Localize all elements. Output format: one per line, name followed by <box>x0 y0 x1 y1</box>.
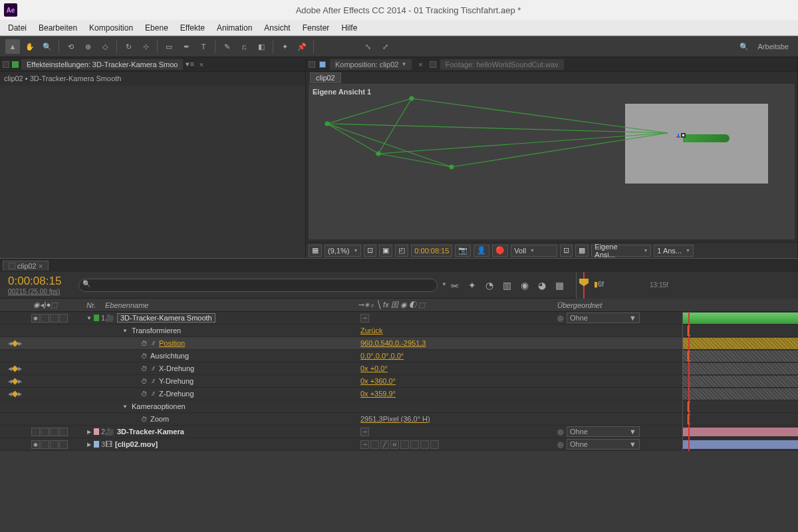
playhead-icon[interactable] <box>583 272 585 299</box>
property-value[interactable]: 0x +359,9° <box>358 390 557 398</box>
col-name[interactable]: Ebenenname <box>105 301 358 309</box>
viewport[interactable]: Eigene Ansicht 1 <box>309 84 795 239</box>
rectangle-tool[interactable]: ▭ <box>162 39 176 54</box>
timeline-tab[interactable]: clip02 × <box>3 261 49 271</box>
puppet-tool[interactable]: 📌 <box>295 39 309 54</box>
property-row[interactable]: ◀▶ ⏱⫽Z-Drehung 0x +359,9° <box>0 388 798 400</box>
brush-tool[interactable]: ✎ <box>219 39 234 54</box>
visibility-icon[interactable] <box>31 428 40 436</box>
property-value[interactable]: 0,0°,0,0°,0,0° <box>358 352 557 360</box>
property-value[interactable]: 960,0,540,0,-2951,3 <box>358 339 557 347</box>
menu-effekte[interactable]: Effekte <box>180 23 205 33</box>
frame-blend-switch[interactable] <box>400 440 409 449</box>
graph-icon[interactable]: ⫽ <box>150 378 156 384</box>
fx-switch[interactable]: fx <box>390 440 399 449</box>
panel-menu-icon[interactable]: ▾≡ <box>186 60 194 68</box>
property-group-row[interactable]: ▼Kameraoptionen <box>0 400 798 413</box>
close-tab-icon[interactable]: × <box>416 61 425 68</box>
shy-switch[interactable]: ⊸ <box>360 314 369 323</box>
pen-tool[interactable]: ✒ <box>179 39 194 54</box>
camera-origin-icon[interactable] <box>681 133 686 138</box>
menu-ebene[interactable]: Ebene <box>145 23 168 33</box>
search-dropdown-icon[interactable]: ▼ <box>442 281 447 287</box>
keyframe-icon[interactable] <box>11 390 18 397</box>
3d-switch[interactable] <box>430 440 439 449</box>
layer-name[interactable]: 3D-Tracker-Kamera Smooth <box>117 313 215 323</box>
snapshot-icon[interactable]: 📷 <box>455 245 471 257</box>
col-parent[interactable]: Übergeordnet <box>557 301 682 309</box>
unified-camera-tool[interactable]: ⊕ <box>80 39 95 54</box>
layer-bar[interactable] <box>683 428 798 436</box>
property-row[interactable]: ⏱Ausrichtung 0,0°,0,0°,0,0° <box>0 350 798 362</box>
property-row[interactable]: ◀▶ ⏱⫽X-Drehung 0x +0,0° <box>0 362 798 375</box>
collapse-switch[interactable] <box>370 440 379 449</box>
graph-editor-icon[interactable]: ◕ <box>538 280 546 291</box>
property-row[interactable]: ◀▶ ⏱⫽Y-Drehung 0x +360,0° <box>0 375 798 388</box>
twirl-icon[interactable]: ▼ <box>122 404 129 410</box>
menu-bearbeiten[interactable]: Bearbeiten <box>39 23 77 33</box>
flowchart-comp-button[interactable]: clip02 <box>310 72 341 83</box>
label-color[interactable] <box>94 441 99 448</box>
roto-tool[interactable]: ✦ <box>277 39 292 54</box>
keyframe-icon[interactable] <box>11 340 18 346</box>
composition-tab[interactable]: Komposition: clip02▼ <box>330 59 412 70</box>
view-dropdown[interactable]: Eigene Ansi... <box>591 245 651 257</box>
view-count-dropdown[interactable]: 1 Ans... <box>654 245 694 257</box>
preview-timecode[interactable]: 0:00:08:15 <box>411 245 452 257</box>
pickwhip-icon[interactable]: ◎ <box>557 314 564 323</box>
time-ruler[interactable]: ▮6f 13:15f <box>576 272 798 299</box>
mask-icon[interactable]: ◰ <box>395 245 408 257</box>
roi-icon[interactable]: ⊡ <box>560 245 573 257</box>
solo-icon[interactable] <box>50 314 59 323</box>
menu-hilfe[interactable]: Hilfe <box>341 23 357 33</box>
motion-blur-icon[interactable]: ◉ <box>521 280 529 291</box>
keyframe-icon[interactable] <box>11 365 18 372</box>
property-group-row[interactable]: ▼Transformieren Zurück <box>0 325 798 337</box>
motion-blur-switch[interactable] <box>410 440 419 449</box>
grid-icon[interactable]: ▦ <box>309 245 322 257</box>
menu-animation[interactable]: Animation <box>217 23 252 33</box>
pickwhip-icon[interactable]: ◎ <box>557 428 564 436</box>
pickwhip-icon[interactable]: ◎ <box>557 440 564 449</box>
lock-icon[interactable] <box>59 314 68 323</box>
audio-icon[interactable] <box>41 428 49 436</box>
quality-switch[interactable]: ╱ <box>380 440 389 449</box>
draft-3d-icon[interactable]: ✦ <box>468 280 476 291</box>
comp-mini-flowchart-icon[interactable]: ⫘ <box>450 280 459 291</box>
property-value[interactable]: 0x +0,0° <box>358 364 557 372</box>
property-value[interactable]: 2951,3Pixel (36,0° H) <box>358 415 557 423</box>
current-time[interactable]: 0:00:08:15 00215 (25.00 fps) <box>0 275 78 295</box>
brainstorm-icon[interactable]: ▦ <box>555 280 564 291</box>
menu-ansicht[interactable]: Ansicht <box>264 23 290 33</box>
lock-icon[interactable] <box>59 440 68 449</box>
footage-tab[interactable]: Footage: helloWorldSoundCut.wav <box>440 59 564 70</box>
quality-dropdown[interactable]: Voll <box>511 245 557 257</box>
visibility-icon[interactable]: ◉ <box>31 440 40 449</box>
close-tab-icon[interactable]: × <box>197 61 206 68</box>
local-axis-mode[interactable]: ⤡ <box>360 39 375 54</box>
stopwatch-icon[interactable]: ⏱ <box>141 378 148 385</box>
layer-bar[interactable] <box>683 440 798 449</box>
camera-gizmo[interactable] <box>683 134 730 142</box>
visibility-icon[interactable]: ◉ <box>31 314 40 323</box>
stopwatch-icon[interactable]: ⏱ <box>141 390 148 398</box>
audio-icon[interactable] <box>41 440 49 449</box>
channel-icon[interactable]: 🔴 <box>492 245 508 257</box>
hand-tool[interactable]: ✋ <box>23 39 37 54</box>
track-xy-tool[interactable]: ◇ <box>98 39 112 54</box>
adjustment-switch[interactable] <box>420 440 429 449</box>
resolution-icon[interactable]: ⊡ <box>364 245 376 257</box>
frame-blend-icon[interactable]: ▥ <box>503 280 511 291</box>
stopwatch-icon[interactable]: ⏱ <box>141 416 148 423</box>
menu-komposition[interactable]: Komposition <box>89 23 133 33</box>
search-help-icon[interactable]: 🔍 <box>737 39 751 54</box>
footage-tab-icon[interactable] <box>430 61 436 68</box>
layer-row[interactable]: ◉ ▼1 🎥3D-Tracker-Kamera Smooth ⊸ ◎Ohne▼ <box>0 312 798 325</box>
type-tool[interactable]: T <box>196 39 211 54</box>
menu-fenster[interactable]: Fenster <box>303 23 330 33</box>
eraser-tool[interactable]: ◧ <box>254 39 269 54</box>
layer-row[interactable]: ▶2 🎥3D-Tracker-Kamera ⊸ ◎Ohne▼ <box>0 426 798 438</box>
zoom-tool[interactable]: 🔍 <box>40 39 55 54</box>
solo-icon[interactable] <box>50 440 59 449</box>
menu-datei[interactable]: Datei <box>8 23 27 33</box>
